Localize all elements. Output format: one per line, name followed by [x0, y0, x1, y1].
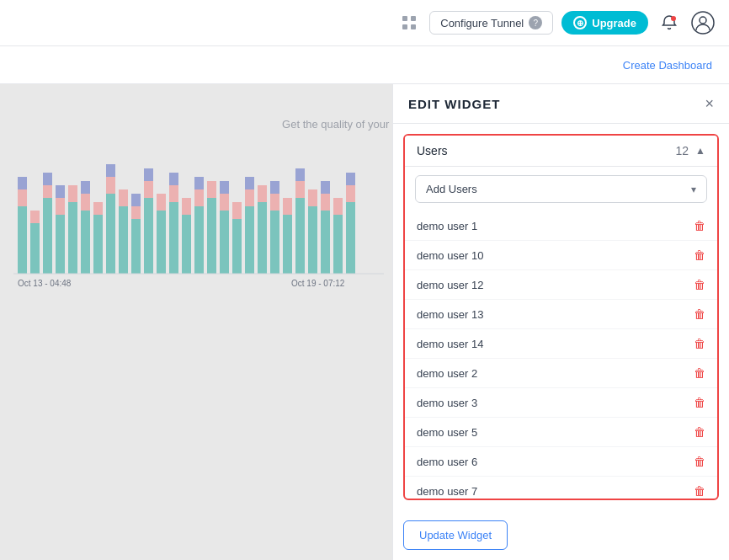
svg-rect-43 [194, 206, 204, 274]
svg-rect-30 [131, 219, 141, 274]
chevron-down-icon: ▾ [691, 184, 696, 195]
svg-rect-25 [106, 194, 115, 274]
svg-rect-55 [245, 177, 254, 189]
user-name: demo user 6 [417, 456, 477, 468]
delete-icon[interactable]: 🗑 [694, 455, 705, 468]
svg-rect-9 [18, 177, 27, 189]
user-name: demo user 3 [417, 397, 477, 409]
add-users-label: Add Users [426, 183, 477, 195]
user-name: demo user 12 [417, 279, 484, 291]
svg-rect-21 [81, 194, 90, 211]
list-item: demo user 3 🗑 [405, 388, 717, 418]
svg-rect-52 [232, 202, 242, 219]
svg-rect-58 [270, 211, 279, 274]
chart-svg: Oct 13 - 04:48 Oct 19 - 07:12 [13, 139, 384, 358]
svg-rect-16 [56, 198, 65, 215]
svg-point-4 [671, 16, 676, 21]
svg-rect-64 [295, 181, 305, 198]
list-item: demo user 5 🗑 [405, 418, 717, 447]
svg-rect-47 [207, 181, 216, 198]
upgrade-label: Upgrade [592, 17, 636, 29]
svg-rect-24 [93, 202, 103, 215]
svg-rect-67 [308, 189, 317, 206]
svg-rect-44 [194, 189, 204, 206]
svg-rect-50 [220, 181, 229, 194]
add-users-dropdown[interactable]: Add Users ▾ [415, 175, 707, 203]
upgrade-button[interactable]: ⊕ Upgrade [561, 11, 648, 35]
svg-rect-40 [169, 173, 178, 185]
svg-rect-53 [245, 206, 254, 274]
svg-rect-11 [30, 211, 40, 223]
svg-rect-48 [220, 211, 229, 274]
svg-rect-75 [346, 173, 355, 185]
svg-rect-26 [106, 177, 115, 194]
user-name: demo user 7 [417, 485, 477, 498]
svg-rect-8 [18, 189, 27, 206]
svg-rect-2 [402, 24, 407, 29]
user-icon[interactable] [690, 10, 716, 35]
svg-rect-62 [283, 198, 292, 215]
update-widget-button[interactable]: Update Widget [403, 520, 508, 550]
svg-rect-66 [308, 206, 317, 274]
svg-rect-65 [295, 168, 305, 181]
svg-rect-69 [321, 194, 330, 211]
sub-header: Create Dashboard [0, 46, 729, 84]
delete-icon[interactable]: 🗑 [694, 278, 705, 291]
users-section-header: Users 12 ▲ [405, 136, 717, 167]
list-item: demo user 7 🗑 [405, 477, 717, 499]
svg-point-5 [692, 12, 714, 34]
list-item: demo user 13 🗑 [405, 300, 717, 329]
list-item: demo user 14 🗑 [405, 329, 717, 359]
user-name: demo user 13 [417, 308, 484, 321]
bell-icon[interactable] [657, 10, 682, 35]
svg-rect-22 [81, 181, 90, 194]
close-button[interactable]: × [705, 96, 714, 111]
svg-rect-12 [43, 198, 52, 274]
create-dashboard-link[interactable]: Create Dashboard [623, 59, 712, 72]
svg-rect-70 [321, 181, 330, 194]
users-label: Users [417, 144, 448, 157]
svg-rect-63 [295, 198, 305, 274]
delete-icon[interactable]: 🗑 [694, 425, 705, 439]
svg-rect-42 [182, 198, 191, 215]
user-name: demo user 10 [417, 249, 484, 262]
grid-icon[interactable] [397, 11, 421, 35]
delete-icon[interactable]: 🗑 [694, 484, 705, 498]
svg-rect-51 [232, 219, 242, 274]
svg-rect-38 [169, 202, 178, 274]
delete-icon[interactable]: 🗑 [694, 366, 705, 380]
user-name: demo user 1 [417, 220, 477, 232]
main-area: Add Widget Last Month Get the quality of… [0, 84, 729, 560]
svg-rect-60 [270, 181, 279, 194]
svg-rect-29 [119, 189, 128, 206]
list-item: demo user 10 🗑 [405, 241, 717, 270]
svg-rect-37 [157, 194, 166, 211]
user-name: demo user 5 [417, 426, 477, 439]
delete-icon[interactable]: 🗑 [694, 396, 705, 409]
list-item: demo user 1 🗑 [405, 211, 717, 241]
svg-rect-17 [56, 185, 65, 198]
svg-rect-1 [411, 16, 416, 21]
svg-rect-20 [81, 211, 90, 274]
list-item: demo user 2 🗑 [405, 359, 717, 388]
svg-rect-74 [346, 185, 355, 202]
svg-rect-49 [220, 194, 229, 211]
svg-rect-57 [258, 185, 267, 202]
user-list: demo user 1 🗑 demo user 10 🗑 demo user 1… [405, 211, 717, 499]
svg-rect-28 [119, 206, 128, 274]
delete-icon[interactable]: 🗑 [694, 248, 705, 262]
svg-rect-32 [131, 194, 141, 206]
users-count-area: 12 ▲ [676, 144, 705, 157]
panel-title: EDIT WIDGET [408, 97, 500, 111]
svg-rect-71 [333, 215, 343, 274]
delete-icon[interactable]: 🗑 [694, 307, 705, 321]
delete-icon[interactable]: 🗑 [694, 219, 705, 232]
chevron-up-icon: ▲ [695, 145, 705, 157]
svg-point-6 [700, 17, 706, 24]
svg-rect-27 [106, 164, 115, 177]
svg-rect-14 [43, 173, 52, 185]
svg-rect-56 [258, 202, 267, 274]
configure-tunnel-button[interactable]: Configure Tunnel ? [429, 11, 553, 35]
svg-rect-68 [321, 211, 330, 274]
delete-icon[interactable]: 🗑 [694, 337, 705, 350]
